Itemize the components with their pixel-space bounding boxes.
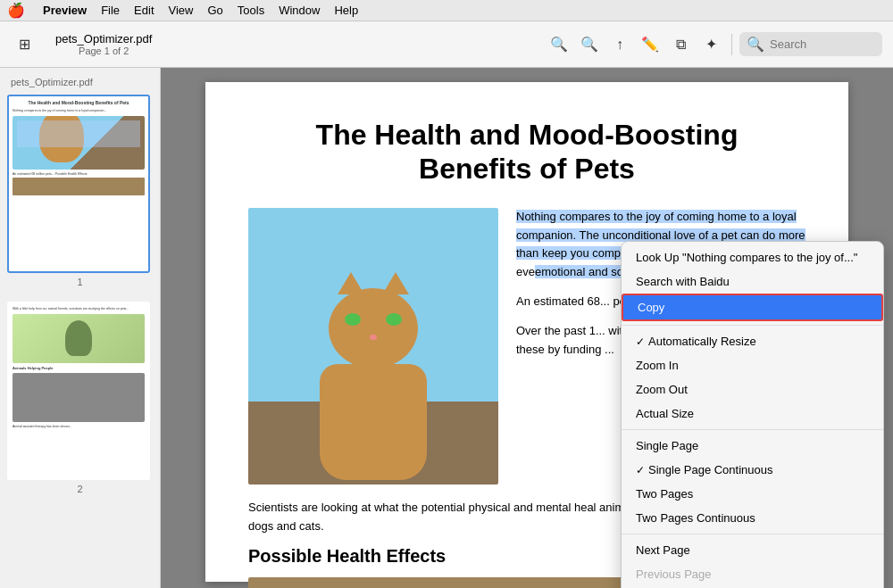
cat-torso bbox=[320, 364, 427, 480]
ctx-auto-resize-row: ✓ Automatically Resize bbox=[636, 335, 756, 348]
menu-file[interactable]: File bbox=[101, 4, 120, 17]
ctx-search-baidu[interactable]: Search with Baidu bbox=[622, 269, 883, 294]
thumb-sky bbox=[17, 120, 140, 147]
thumb-num-2: 2 bbox=[7, 484, 153, 494]
sidebar: pets_Optimizer.pdf The Health and Mood-B… bbox=[0, 68, 161, 588]
menu-bar: 🍎 Preview File Edit View Go Tools Window… bbox=[0, 0, 893, 21]
view-toggle-button[interactable]: ⧉ bbox=[667, 31, 694, 58]
document-title: pets_Optimizer.pdf bbox=[55, 32, 152, 46]
toolbar-left: ⊞ pets_Optimizer.pdf Page 1 of 2 bbox=[11, 31, 538, 58]
pdf-cat-image bbox=[248, 208, 498, 484]
cat-figure bbox=[302, 288, 445, 484]
ctx-sep-3 bbox=[622, 534, 883, 534]
zoom-out-button[interactable]: 🔍 bbox=[546, 31, 572, 58]
search-icon: 🔍 bbox=[747, 36, 764, 53]
thumbnail-page-2[interactable]: With a little help from our animal frien… bbox=[7, 302, 153, 494]
ctx-auto-resize-label: Automatically Resize bbox=[648, 335, 756, 348]
pdf-main-title: The Health and Mood-BoostingBenefits of … bbox=[248, 118, 805, 186]
markup-button[interactable]: ✦ bbox=[697, 31, 724, 58]
app-name[interactable]: Preview bbox=[43, 4, 87, 17]
ctx-next-page[interactable]: Next Page bbox=[622, 538, 883, 562]
ctx-zoom-in-label: Zoom In bbox=[636, 359, 679, 372]
thumb-content-2: With a little help from our animal frien… bbox=[13, 307, 145, 429]
search-input[interactable] bbox=[770, 37, 877, 51]
ctx-single-page-cont-row: ✓ Single Page Continuous bbox=[636, 463, 773, 476]
menu-tools[interactable]: Tools bbox=[238, 4, 264, 17]
ctx-two-pages-cont-label: Two Pages Continuous bbox=[636, 511, 755, 525]
menu-help[interactable]: Help bbox=[334, 4, 358, 17]
ctx-auto-resize[interactable]: ✓ Automatically Resize bbox=[622, 329, 883, 353]
thumb-bottom-img-1 bbox=[13, 178, 145, 195]
apple-menu[interactable]: 🍎 bbox=[7, 2, 25, 19]
ctx-single-page-label: Single Page bbox=[636, 439, 698, 452]
ctx-auto-resize-check: ✓ bbox=[636, 335, 645, 348]
ctx-single-page-cont-check: ✓ bbox=[636, 464, 645, 476]
cat-ear-right bbox=[382, 272, 409, 294]
search-bar[interactable]: 🔍 bbox=[739, 32, 882, 56]
thumb-text-1: Nothing compares to the joy of coming ho… bbox=[13, 109, 145, 113]
menu-window[interactable]: Window bbox=[279, 4, 320, 17]
menu-view[interactable]: View bbox=[169, 4, 194, 17]
ctx-prev-page-label: Previous Page bbox=[636, 567, 712, 581]
ctx-lookup[interactable]: Look Up "Nothing compares to the joy of.… bbox=[622, 245, 883, 269]
context-menu: Look Up "Nothing compares to the joy of.… bbox=[621, 241, 884, 588]
ctx-single-page-cont[interactable]: ✓ Single Page Continuous bbox=[622, 458, 883, 482]
ctx-sep-2 bbox=[622, 429, 883, 430]
ctx-single-page-cont-label: Single Page Continuous bbox=[648, 463, 773, 476]
ctx-copy-label: Copy bbox=[638, 301, 664, 314]
ctx-zoom-out[interactable]: Zoom Out bbox=[622, 377, 883, 402]
thumb-frame-2: With a little help from our animal frien… bbox=[7, 302, 150, 480]
toolbar: ⊞ pets_Optimizer.pdf Page 1 of 2 🔍 🔍 ↑ ✏… bbox=[0, 21, 893, 68]
thumb-num-1: 1 bbox=[7, 277, 153, 287]
cat-nose bbox=[370, 335, 377, 340]
zoom-in-button[interactable]: 🔍 bbox=[576, 31, 603, 58]
thumb-image-2a bbox=[13, 314, 145, 363]
thumb-cat-img-2 bbox=[13, 373, 145, 422]
highlighted-text-2: emotional and so bbox=[535, 265, 623, 278]
thumb-plant-shape bbox=[65, 320, 92, 356]
ctx-prev-page: Previous Page bbox=[622, 562, 883, 586]
toolbar-separator bbox=[731, 34, 732, 55]
ctx-zoom-in[interactable]: Zoom In bbox=[622, 353, 883, 377]
thumb-title-1: The Health and Mood-Boosting Benefits of… bbox=[13, 100, 145, 106]
cat-eye-right bbox=[386, 313, 402, 326]
ctx-search-baidu-label: Search with Baidu bbox=[636, 275, 730, 288]
thumb-subhead-2: Animals Helping People bbox=[13, 366, 145, 371]
ctx-two-pages[interactable]: Two Pages bbox=[622, 482, 883, 506]
sidebar-toggle-button[interactable]: ⊞ bbox=[11, 31, 38, 58]
menu-edit[interactable]: Edit bbox=[134, 4, 154, 17]
thumb-content-1: The Health and Mood-Boosting Benefits of… bbox=[13, 100, 145, 195]
sidebar-filename: pets_Optimizer.pdf bbox=[7, 77, 153, 87]
annotate-button[interactable]: ✏️ bbox=[637, 31, 663, 58]
cat-ear-left bbox=[338, 272, 364, 294]
ctx-sep-1 bbox=[622, 325, 883, 326]
thumb-text-2b: Animal assisted therapy has been shown..… bbox=[13, 425, 145, 429]
thumb-image-2b bbox=[13, 373, 145, 422]
ctx-copy[interactable]: Copy bbox=[622, 294, 883, 321]
thumb-image-1 bbox=[13, 116, 145, 170]
document-info: pets_Optimizer.pdf Page 1 of 2 bbox=[55, 32, 152, 56]
ctx-actual-size-label: Actual Size bbox=[636, 407, 694, 420]
ctx-zoom-out-label: Zoom Out bbox=[636, 383, 688, 396]
share-button[interactable]: ↑ bbox=[606, 31, 633, 58]
cat-head bbox=[329, 288, 418, 369]
thumb-para-1: An estimated 68 million pets... Possible… bbox=[13, 172, 145, 177]
toolbar-icons: 🔍 🔍 ↑ ✏️ ⧉ ✦ 🔍 bbox=[546, 31, 882, 58]
thumb-frame-1: The Health and Mood-Boosting Benefits of… bbox=[7, 95, 150, 273]
menu-go[interactable]: Go bbox=[207, 4, 222, 17]
document-page: Page 1 of 2 bbox=[79, 46, 129, 56]
ctx-lookup-label: Look Up "Nothing compares to the joy of.… bbox=[636, 251, 857, 264]
ctx-two-pages-label: Two Pages bbox=[636, 487, 693, 501]
ctx-actual-size[interactable]: Actual Size bbox=[622, 402, 883, 426]
cat-eye-left bbox=[345, 313, 361, 326]
thumb-text-2a: With a little help from our animal frien… bbox=[13, 307, 145, 311]
ctx-single-page[interactable]: Single Page bbox=[622, 434, 883, 458]
ctx-next-page-label: Next Page bbox=[636, 543, 690, 557]
thumbnail-page-1[interactable]: The Health and Mood-Boosting Benefits of… bbox=[7, 95, 153, 287]
ctx-two-pages-cont[interactable]: Two Pages Continuous bbox=[622, 506, 883, 530]
